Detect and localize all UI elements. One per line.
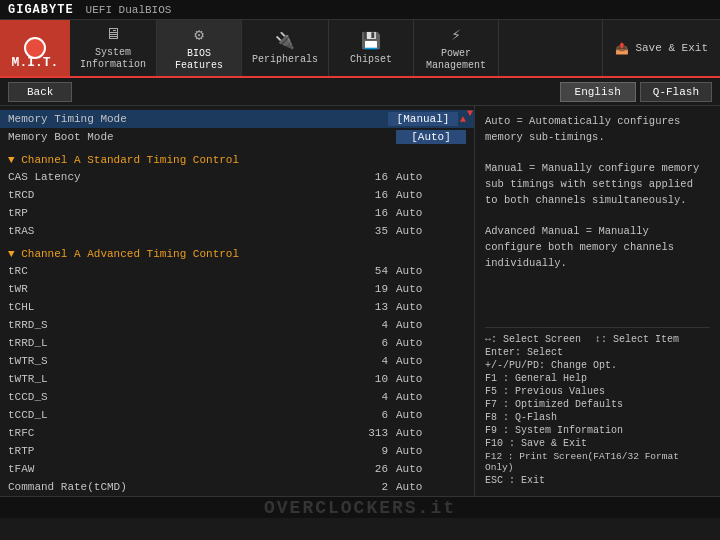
shortcut-esc: ESC : Exit xyxy=(485,475,710,486)
peripherals-icon: 🔌 xyxy=(275,31,295,51)
name-tfaw: tFAW xyxy=(8,463,336,475)
name-cmd-rate: Command Rate(tCMD) xyxy=(8,481,336,493)
row-twtr-s[interactable]: tWTR_S 4 Auto xyxy=(0,352,474,370)
row-twtr-l[interactable]: tWTR_L 10 Auto xyxy=(0,370,474,388)
main-content: Memory Timing Mode [Manual] ▲ Memory Boo… xyxy=(0,106,720,496)
val-tccd-l: Auto xyxy=(396,409,466,421)
language-button[interactable]: English xyxy=(560,82,636,102)
shortcut-key-f5: F5 : Previous Values xyxy=(485,386,605,397)
name-trc: tRC xyxy=(8,265,336,277)
shortcut-key-f8: F8 : Q-Flash xyxy=(485,412,595,423)
tab-chipset-label: Chipset xyxy=(350,54,392,66)
row-cas-latency[interactable]: CAS Latency 16 Auto xyxy=(0,168,474,186)
row-tccd-s[interactable]: tCCD_S 4 Auto xyxy=(0,388,474,406)
tab-power[interactable]: ⚡ PowerManagement xyxy=(414,20,499,76)
tab-system-info[interactable]: 🖥 SystemInformation xyxy=(70,20,157,76)
gigabyte-logo: GIGABYTE xyxy=(8,3,74,17)
name-tras: tRAS xyxy=(8,225,336,237)
right-panel: Auto = Automatically configures memory s… xyxy=(475,106,720,496)
back-button[interactable]: Back xyxy=(8,82,72,102)
shortcut-enter: Enter: Select xyxy=(485,347,710,358)
name-trfc: tRFC xyxy=(8,427,336,439)
tab-bios-features-label: BIOSFeatures xyxy=(175,48,223,72)
name-twtr-l: tWTR_L xyxy=(8,373,336,385)
val-twtr-l-num: 10 xyxy=(336,373,396,385)
nav-tabs: M.I.T. 🖥 SystemInformation ⚙ BIOSFeature… xyxy=(0,20,720,78)
mit-tab[interactable]: M.I.T. xyxy=(0,20,70,76)
shortcut-f9: F9 : System Information xyxy=(485,425,710,436)
shortcut-desc-arrows: ↕: Select Item xyxy=(595,334,679,345)
row-twr[interactable]: tWR 19 Auto xyxy=(0,280,474,298)
name-trtp: tRTP xyxy=(8,445,336,457)
help-text: Auto = Automatically configures memory s… xyxy=(485,114,710,319)
shortcut-change-opt: +/-/PU/PD: Change Opt. xyxy=(485,360,710,371)
tab-peripherals-label: Peripherals xyxy=(252,54,318,66)
val-tchl: Auto xyxy=(396,301,466,313)
keyboard-shortcuts: ↔: Select Screen ↕: Select Item Enter: S… xyxy=(485,327,710,488)
val-tccd-l-num: 6 xyxy=(336,409,396,421)
shortcut-f1: F1 : General Help xyxy=(485,373,710,384)
tab-bios-features[interactable]: ⚙ BIOSFeatures xyxy=(157,20,242,76)
tab-power-label: PowerManagement xyxy=(426,48,486,72)
tab-chipset[interactable]: 💾 Chipset xyxy=(329,20,414,76)
tab-system-info-label: SystemInformation xyxy=(80,47,146,71)
row-trrd-l[interactable]: tRRD_L 6 Auto xyxy=(0,334,474,352)
save-exit-label: Save & Exit xyxy=(635,42,708,54)
val-twr-num: 19 xyxy=(336,283,396,295)
row-memory-timing-mode[interactable]: Memory Timing Mode [Manual] ▲ xyxy=(0,110,474,128)
bottom-bar: OVERCLOCKERS.it xyxy=(0,496,720,518)
val-twtr-l: Auto xyxy=(396,373,466,385)
tab-peripherals[interactable]: 🔌 Peripherals xyxy=(242,20,329,76)
val-tccd-s: Auto xyxy=(396,391,466,403)
row-trrd-s[interactable]: tRRD_S 4 Auto xyxy=(0,316,474,334)
row-tccd-l[interactable]: tCCD_L 6 Auto xyxy=(0,406,474,424)
row-memory-boot-mode[interactable]: Memory Boot Mode [Auto] xyxy=(0,128,474,146)
val-tccd-s-num: 4 xyxy=(336,391,396,403)
chipset-icon: 💾 xyxy=(361,31,381,51)
shortcut-key-f1: F1 : General Help xyxy=(485,373,595,384)
val-tchl-num: 13 xyxy=(336,301,396,313)
shortcut-key-f12: F12 : Print Screen(FAT16/32 Format Only) xyxy=(485,451,710,473)
shortcut-f10: F10 : Save & Exit xyxy=(485,438,710,449)
val-tfaw-num: 26 xyxy=(336,463,396,475)
val-tras: Auto xyxy=(396,225,466,237)
shortcut-select-screen: ↔: Select Screen ↕: Select Item xyxy=(485,334,710,345)
qflash-button[interactable]: Q-Flash xyxy=(640,82,712,102)
val-cmd-rate-num: 2 xyxy=(336,481,396,493)
row-trcd[interactable]: tRCD 16 Auto xyxy=(0,186,474,204)
system-info-icon: 🖥 xyxy=(105,25,121,44)
row-trp[interactable]: tRP 16 Auto xyxy=(0,204,474,222)
setting-val-memory-boot: [Auto] xyxy=(396,130,466,144)
shortcut-key-f7: F7 : Optimized Defaults xyxy=(485,399,623,410)
name-twr: tWR xyxy=(8,283,336,295)
shortcut-f7: F7 : Optimized Defaults xyxy=(485,399,710,410)
row-tchl[interactable]: tCHL 13 Auto xyxy=(0,298,474,316)
val-trcd-num: 16 xyxy=(336,189,396,201)
name-twtr-s: tWTR_S xyxy=(8,355,336,367)
shortcut-f5: F5 : Previous Values xyxy=(485,386,710,397)
val-trc-num: 54 xyxy=(336,265,396,277)
row-trc[interactable]: tRC 54 Auto xyxy=(0,262,474,280)
row-tras[interactable]: tRAS 35 Auto xyxy=(0,222,474,240)
setting-name-memory-boot: Memory Boot Mode xyxy=(8,131,396,143)
val-trrd-s-num: 4 xyxy=(336,319,396,331)
val-twr: Auto xyxy=(396,283,466,295)
val-trtp: Auto xyxy=(396,445,466,457)
up-arrow-indicator: ▲ xyxy=(460,114,466,125)
val-trp-num: 16 xyxy=(336,207,396,219)
shortcut-key-f10: F10 : Save & Exit xyxy=(485,438,595,449)
row-cmd-rate[interactable]: Command Rate(tCMD) 2 Auto xyxy=(0,478,474,496)
name-tccd-l: tCCD_L xyxy=(8,409,336,421)
val-trcd: Auto xyxy=(396,189,466,201)
tab-save-exit[interactable]: 📤 Save & Exit xyxy=(602,20,720,76)
mit-label: M.I.T. xyxy=(0,55,70,70)
val-twtr-s-num: 4 xyxy=(336,355,396,367)
row-tfaw[interactable]: tFAW 26 Auto xyxy=(0,460,474,478)
top-bar: GIGABYTE UEFI DualBIOS xyxy=(0,0,720,20)
down-arrow-indicator: ▼ xyxy=(467,108,473,119)
row-trtp[interactable]: tRTP 9 Auto xyxy=(0,442,474,460)
shortcut-key-pupd: +/-/PU/PD: Change Opt. xyxy=(485,360,617,371)
row-trfc[interactable]: tRFC 313 Auto xyxy=(0,424,474,442)
val-trfc: Auto xyxy=(396,427,466,439)
shortcut-key-arrows: ↔: Select Screen xyxy=(485,334,595,345)
